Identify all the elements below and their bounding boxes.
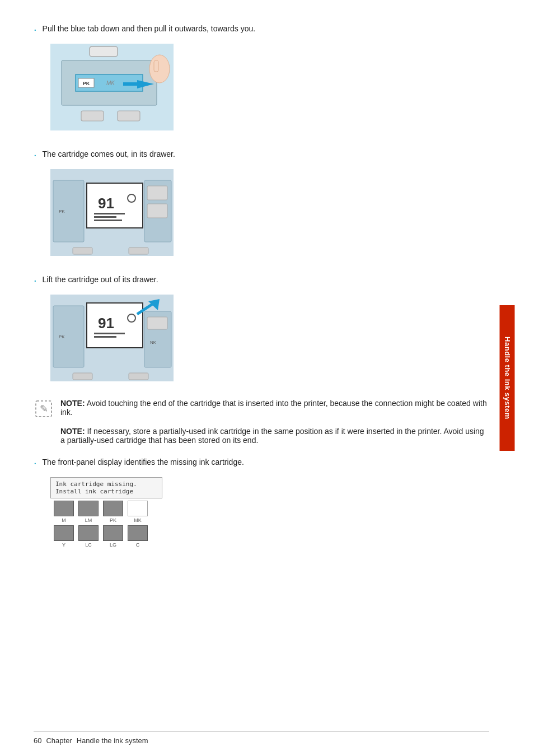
svg-text:NK: NK — [150, 340, 157, 345]
bullet-item-2: · The cartridge comes out, in its drawer… — [34, 148, 489, 161]
svg-text:PK: PK — [83, 81, 90, 86]
note-icon-1: ✎ — [34, 399, 54, 419]
bullet-text-4: The front-panel display identifies the m… — [43, 456, 244, 468]
svg-rect-21 — [94, 220, 122, 221]
svg-text:91: 91 — [98, 315, 114, 332]
note-content-2: NOTE: If necessary, store a partially-us… — [60, 427, 489, 445]
bullet-dot-4: · — [34, 456, 37, 469]
svg-rect-1 — [90, 46, 118, 57]
note-content-1: NOTE: Avoid touching the end of the cart… — [60, 399, 489, 417]
svg-rect-19 — [94, 213, 125, 214]
bullet-dot-1: · — [34, 22, 37, 36]
page-footer: 60 Chapter Handle the ink system — [34, 731, 489, 745]
svg-rect-8 — [123, 82, 138, 86]
svg-rect-31 — [87, 303, 143, 348]
bullet-item-4: · The front-panel display identifies the… — [34, 456, 489, 469]
svg-rect-26 — [73, 248, 92, 254]
image-cartridge-drawer: PK 91 NK — [50, 169, 489, 258]
footer-page-number: 60 — [34, 736, 41, 745]
pull-tab-illustration: PK MK — [50, 44, 174, 130]
svg-rect-29 — [53, 306, 84, 367]
svg-rect-10 — [118, 111, 140, 121]
front-panel-diagram: Ink cartridge missing. Install ink cartr… — [50, 477, 162, 548]
svg-text:91: 91 — [98, 195, 114, 212]
fp-cartridge-C: C — [127, 525, 149, 548]
fp-cart-box-LG — [103, 525, 123, 541]
lift-cartridge-illustration: PK 91 NK — [50, 295, 174, 381]
fp-cart-box-LC — [78, 525, 99, 541]
svg-text:MK: MK — [106, 80, 115, 86]
fp-cart-box-MK — [128, 501, 148, 516]
svg-rect-40 — [147, 317, 167, 329]
svg-text:✎: ✎ — [40, 403, 48, 414]
svg-rect-27 — [129, 248, 148, 254]
fp-cartridge-LG: LG — [102, 525, 124, 548]
footer-chapter-label: Chapter — [46, 736, 72, 745]
note-box-2: NOTE: If necessary, store a partially-us… — [60, 427, 489, 445]
fp-row-2: Y LC LG C — [53, 525, 162, 548]
image-pull-tab: PK MK — [50, 44, 489, 132]
svg-rect-25 — [147, 204, 167, 218]
bullet-text-1: Pull the blue tab down and then pull it … — [43, 22, 256, 35]
svg-point-11 — [149, 55, 170, 83]
side-tab-text: Handle the ink system — [503, 337, 512, 419]
note-text-1: Avoid touching the end of the cartridge … — [60, 399, 487, 417]
bullet-dot-3: · — [34, 273, 37, 287]
svg-rect-24 — [147, 186, 167, 200]
svg-rect-12 — [154, 60, 158, 72]
note-text-2: If necessary, store a partially-used ink… — [60, 427, 484, 445]
fp-cartridge-M: M — [53, 501, 75, 523]
svg-rect-14 — [53, 180, 84, 242]
svg-rect-35 — [94, 336, 116, 338]
fp-cartridge-PK: PK — [102, 501, 124, 523]
fp-line1: Ink cartridge missing. — [55, 480, 157, 488]
side-tab: Handle the ink system — [500, 305, 515, 451]
bullet-item-3: · Lift the cartridge out of its drawer. — [34, 273, 489, 287]
svg-rect-42 — [129, 373, 148, 380]
svg-rect-41 — [73, 373, 92, 380]
svg-rect-20 — [94, 216, 116, 218]
bullet-text-2: The cartridge comes out, in its drawer. — [43, 148, 175, 160]
fp-cartridge-LM: LM — [77, 501, 100, 523]
fp-cart-box-C — [128, 525, 148, 541]
svg-text:PK: PK — [59, 334, 65, 339]
footer-section-label: Handle the ink system — [77, 736, 148, 745]
note-label-2: NOTE: — [60, 427, 85, 436]
fp-cart-box-Y — [54, 525, 74, 541]
bullet-text-3: Lift the cartridge out of its drawer. — [43, 273, 158, 286]
note-box-1: ✎ NOTE: Avoid touching the end of the ca… — [34, 399, 489, 419]
svg-rect-9 — [81, 111, 104, 121]
cartridge-drawer-illustration: PK 91 NK — [50, 169, 174, 256]
note-label-1: NOTE: — [60, 399, 85, 408]
fp-cart-box-PK — [103, 501, 123, 516]
fp-row-1: M LM PK MK — [53, 501, 162, 523]
fp-line2: Install ink cartridge — [55, 488, 157, 495]
bullet-dot-2: · — [34, 148, 37, 161]
svg-rect-34 — [94, 333, 125, 334]
fp-cartridge-MK: MK — [127, 501, 149, 523]
svg-text:PK: PK — [59, 209, 65, 214]
fp-cartridge-LC: LC — [77, 525, 100, 548]
fp-cartridge-Y: Y — [53, 525, 75, 548]
bullet-item-1: · Pull the blue tab down and then pull i… — [34, 22, 489, 36]
image-lift-cartridge: PK 91 NK — [50, 295, 489, 383]
fp-cart-box-M — [54, 501, 74, 516]
fp-cart-box-LM — [78, 501, 99, 516]
fp-screen: Ink cartridge missing. Install ink cartr… — [50, 477, 162, 498]
